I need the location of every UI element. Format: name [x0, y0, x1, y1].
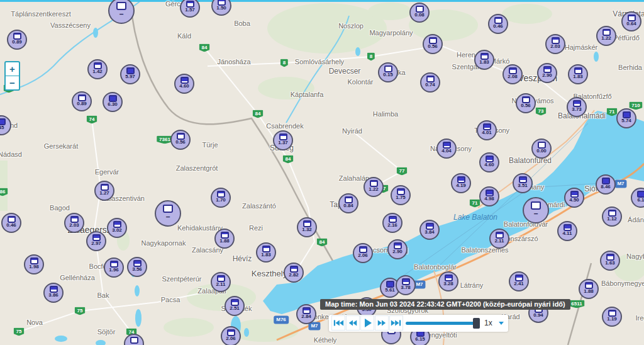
rain-gauge-marker[interactable]: 4.50 [564, 188, 584, 208]
rain-gauge-marker[interactable]: 5.74 [616, 108, 636, 128]
rain-gauge-marker[interactable]: 1.19 [602, 307, 622, 327]
rain-gauge-marker[interactable]: 2.16 [382, 213, 402, 233]
rain-gauge-marker[interactable]: 1.70 [211, 188, 231, 208]
zoom-out-button[interactable]: − [6, 76, 19, 89]
rain-gauge-marker[interactable]: 2.11 [211, 272, 231, 292]
rain-gauge-marker[interactable]: 0.74 [420, 72, 440, 93]
rain-gauge-marker[interactable]: 3.84 [419, 220, 440, 240]
skip-to-end-button[interactable] [389, 315, 403, 331]
rain-gauge-marker[interactable]: 45 [0, 115, 11, 135]
gauge-value: 0.56 [172, 140, 189, 145]
gauge-value: 2.90 [538, 73, 556, 79]
rain-gauge-marker[interactable]: 2.11 [489, 229, 509, 249]
time-slider-track[interactable] [406, 322, 480, 325]
rain-gauge-marker[interactable]: 2.08 [502, 64, 523, 84]
rain-gauge-marker[interactable]: 5.97 [120, 64, 140, 84]
rain-gauge-marker[interactable]: 0.46 [1, 213, 21, 233]
rain-gauge-marker[interactable]: 3.78 [396, 275, 416, 295]
time-slider-handle[interactable] [473, 318, 480, 329]
rain-gauge-marker[interactable]: 1.12 [602, 206, 622, 227]
rain-gauge-marker[interactable]: 4.11 [557, 221, 577, 241]
rain-gauge-marker[interactable] [124, 334, 144, 345]
gauge-value: 2.03 [547, 44, 564, 50]
rain-gauge-marker[interactable]: 2.03 [545, 34, 565, 54]
rain-gauge-marker[interactable]: 3.56 [127, 257, 147, 277]
rain-gauge-marker[interactable]: 4.01 [477, 120, 497, 140]
gauge-value: 1.50 [213, 6, 230, 11]
gauge-value: 1.19 [603, 317, 621, 322]
rain-gauge-marker[interactable]: 0.56 [170, 130, 191, 150]
rain-gauge-marker[interactable]: 3.51 [513, 173, 533, 193]
rain-gauge-marker[interactable]: 2.03 [64, 213, 84, 233]
gauge-value: – [156, 213, 180, 221]
rain-gauge-marker[interactable]: 2.97 [86, 231, 106, 251]
zoom-in-button[interactable]: + [6, 62, 19, 76]
rain-gauge-marker[interactable]: 1.42 [87, 59, 108, 79]
rain-gauge-marker[interactable]: 1.22 [596, 26, 616, 46]
fast-forward-button[interactable] [375, 315, 389, 331]
rain-gauge-marker[interactable]: 3.28 [438, 271, 458, 291]
rain-gauge-marker[interactable]: 2.90 [387, 239, 408, 259]
skip-to-start-button[interactable] [331, 315, 345, 331]
rain-gauge-marker[interactable]: 0.89 [72, 91, 92, 111]
rain-gauge-marker[interactable]: 3.86 [43, 283, 64, 303]
rain-gauge-marker[interactable]: 1.83 [256, 242, 276, 263]
play-button[interactable] [360, 315, 374, 331]
map-canvas[interactable]: TáplánszentkeresztVasszécsenyGérceKáldBo… [0, 0, 644, 345]
rain-gauge-marker[interactable]: 1.83 [474, 50, 494, 70]
rain-gauge-marker[interactable]: 4.04 [436, 139, 457, 159]
rain-gauge-marker[interactable]: 0.56 [423, 34, 443, 54]
rain-gauge-marker[interactable]: 0.56 [516, 93, 536, 113]
rain-gauge-marker[interactable]: 2.51 [225, 296, 245, 316]
rain-gauge-marker[interactable]: 2.41 [509, 271, 529, 291]
rain-gauge-marker[interactable]: – [155, 200, 181, 227]
gauge-value: 2.08 [504, 74, 521, 80]
rain-gauge-marker[interactable]: 2.84 [296, 304, 316, 324]
gauge-value: 1.37 [274, 140, 292, 146]
rain-gauge-marker[interactable]: 1.57 [180, 0, 200, 18]
rain-gauge-marker[interactable]: 4.60 [479, 152, 499, 172]
rain-gauge-marker[interactable]: 6.1 [631, 188, 644, 208]
rain-gauge-marker[interactable]: 4.19 [451, 173, 471, 193]
rain-gauge-marker[interactable]: 0.46 [488, 14, 508, 34]
rain-gauge-marker[interactable]: 2.06 [353, 243, 373, 263]
rain-gauge-marker[interactable]: 1.98 [24, 254, 44, 274]
rain-gauge-marker[interactable]: 1.88 [214, 229, 235, 249]
rain-gauge-marker[interactable]: 0.84 [338, 193, 358, 213]
gauge-value: 3.78 [397, 285, 414, 291]
rain-gauge-marker[interactable]: 1.37 [273, 130, 293, 150]
rain-gauge-marker[interactable]: 1.32 [297, 217, 317, 237]
rain-gauge-marker[interactable]: 1.88 [579, 279, 599, 299]
rain-gauge-marker[interactable]: 2.82 [284, 263, 304, 283]
rain-gauge-marker[interactable]: 4.98 [479, 186, 499, 206]
rain-gauge-marker[interactable]: 2.90 [537, 63, 557, 83]
playback-bar: 1x [329, 315, 508, 332]
rain-gauge-marker[interactable]: – [108, 0, 135, 24]
rain-gauge-marker[interactable]: 6.30 [103, 92, 123, 112]
rain-gauge-marker[interactable]: 3.73 [567, 97, 587, 117]
rain-gauge-marker[interactable]: 1.27 [94, 181, 114, 201]
rain-gauge-marker[interactable]: 0.15 [378, 62, 398, 82]
gauge-bucket-icon [130, 337, 138, 344]
rain-gauge-marker[interactable]: 1.63 [600, 251, 620, 271]
playback-speed-value[interactable]: 1x [484, 319, 492, 327]
rain-gauge-marker[interactable]: 8.46 [596, 174, 616, 195]
rain-gauge-marker[interactable]: 1.83 [568, 64, 588, 84]
gauge-value: 1.12 [603, 217, 621, 222]
rain-gauge-marker[interactable]: 2.06 [221, 326, 241, 345]
rain-gauge-marker[interactable]: 1.22 [364, 177, 384, 197]
rain-gauge-marker[interactable]: 0.64 [621, 11, 641, 31]
rain-gauge-marker[interactable]: – [523, 197, 549, 223]
gauge-value: 1.27 [96, 191, 113, 196]
rain-gauge-marker[interactable]: 3.02 [107, 218, 127, 238]
chevron-down-icon[interactable] [499, 322, 504, 325]
rain-gauge-marker[interactable]: 1.96 [104, 257, 124, 278]
rain-gauge-marker[interactable]: 0.89 [7, 30, 27, 50]
rewind-button[interactable] [346, 315, 360, 331]
rain-gauge-marker[interactable]: 0.00 [531, 139, 552, 159]
rain-gauge-marker[interactable]: 1.50 [211, 0, 231, 16]
gauge-value: 8.46 [597, 184, 614, 190]
rain-gauge-marker[interactable]: 4.60 [174, 74, 194, 94]
rain-gauge-marker[interactable]: 0.08 [409, 3, 430, 23]
rain-gauge-marker[interactable]: 1.75 [391, 185, 411, 205]
